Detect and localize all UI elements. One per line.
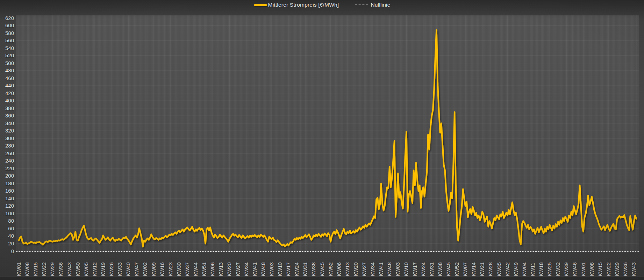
y-tick-label: 340 (5, 120, 14, 126)
y-tick-label: 140 (5, 195, 14, 201)
x-tick-label: KW22 (41, 263, 47, 277)
x-tick-label: KW31 (429, 263, 435, 277)
x-tick-label: KW07 (463, 263, 468, 277)
x-tick-label: KW36 (623, 263, 628, 277)
x-tick-label: KW27 (362, 263, 367, 277)
x-tick-label: KW15 (598, 263, 603, 277)
x-tick-label: KW08 (24, 263, 30, 277)
x-tick-label: KW29 (614, 263, 620, 277)
y-tick-label: 160 (5, 188, 14, 194)
x-tick-label: KW20 (227, 263, 232, 277)
y-tick-label: 100 (5, 210, 14, 216)
x-tick-label: KW05 (84, 263, 89, 277)
x-tick-label: KW28 (488, 263, 493, 277)
x-tick-label: KW51 (201, 263, 207, 277)
plot-area (16, 15, 639, 252)
x-tick-label: KW12 (92, 263, 98, 277)
x-tick-label: KW50 (75, 263, 81, 277)
x-tick-label: KW41 (378, 263, 384, 277)
y-tick-label: 620 (5, 15, 14, 21)
x-tick-label: KW23 (168, 263, 173, 277)
y-tick-label: 80 (8, 218, 14, 224)
x-tick-label: KW06 (336, 263, 342, 277)
x-tick-label: KW38 (437, 263, 443, 277)
zero-line-legend-swatch (355, 5, 368, 5)
y-tick-label: 200 (5, 173, 14, 179)
x-tick-label: KW48 (260, 263, 266, 277)
x-tick-label: KW16 (159, 263, 165, 277)
x-tick-label: KW38 (311, 263, 316, 277)
x-tick-label: KW17 (286, 263, 291, 277)
x-tick-label: KW04 (522, 263, 527, 277)
y-axis-labels: 0204060801001201401601802002202402602803… (5, 15, 14, 254)
y-tick-label: 480 (5, 67, 14, 73)
x-tick-label: KW36 (58, 263, 64, 277)
x-tick-label: KW03 (269, 263, 274, 277)
chart-canvas: 0204060801001201401601802002202402602803… (0, 0, 644, 280)
y-tick-label: 320 (5, 128, 14, 134)
y-tick-label: 40 (8, 233, 14, 239)
x-tick-label: KW13 (218, 263, 224, 277)
x-tick-label: KW48 (387, 263, 392, 277)
x-tick-label: KW01 (16, 263, 22, 277)
x-tick-label: KW08 (589, 263, 595, 277)
x-tick-label: KW46 (572, 263, 578, 277)
x-tick-label: KW33 (117, 263, 123, 277)
x-tick-label: KW43 (67, 263, 72, 277)
x-tick-label: KW10 (403, 263, 409, 277)
x-tick-label: KW34 (244, 263, 249, 277)
x-tick-label: KW22 (606, 263, 611, 277)
x-tick-label: KW43 (631, 263, 637, 277)
x-tick-label: KW06 (210, 263, 215, 277)
x-tick-label: KW45 (446, 263, 451, 277)
y-tick-label: 440 (5, 82, 14, 88)
x-tick-label: KW15 (33, 263, 38, 277)
x-tick-label: KW44 (193, 263, 199, 277)
x-tick-label: KW10 (277, 263, 283, 277)
x-tick-label: KW27 (235, 263, 241, 277)
y-tick-label: 60 (8, 225, 14, 231)
y-tick-label: 0 (11, 248, 14, 254)
x-tick-label: KW37 (185, 263, 190, 277)
y-tick-label: 560 (5, 37, 14, 43)
x-tick-label: KW09 (151, 263, 157, 277)
x-tick-label: KW42 (505, 263, 510, 277)
x-tick-label: KW34 (370, 263, 375, 277)
x-tick-label: KW45 (320, 263, 325, 277)
x-tick-label: KW49 (513, 263, 519, 277)
x-tick-label: KW31 (302, 263, 308, 277)
y-tick-label: 180 (5, 180, 14, 186)
x-tick-label: KW35 (496, 263, 502, 277)
x-tick-label: KW18 (538, 263, 544, 277)
y-tick-label: 540 (5, 45, 14, 51)
y-tick-label: 120 (5, 203, 14, 209)
x-tick-label: KW40 (126, 263, 131, 277)
x-tick-label: KW26 (109, 263, 114, 277)
x-tick-label: KW03 (395, 263, 401, 277)
y-tick-label: 400 (5, 98, 14, 103)
x-tick-label: KW19 (100, 263, 106, 277)
y-tick-label: 20 (8, 240, 14, 246)
x-tick-label: KW52 (328, 263, 334, 277)
x-tick-label: KW41 (252, 263, 258, 277)
x-tick-label: KW17 (412, 263, 418, 277)
legend-item-zeroline: Nulllinie (355, 2, 390, 8)
y-tick-label: 220 (5, 165, 14, 171)
y-tick-label: 420 (5, 90, 14, 96)
x-tick-label: KW02 (142, 263, 148, 277)
y-tick-label: 520 (5, 52, 14, 58)
y-tick-label: 300 (5, 135, 14, 141)
x-tick-label: KW29 (50, 263, 55, 277)
legend-item-price: Mittlerer Strompreis [€/MWh] (254, 2, 339, 8)
y-tick-label: 360 (5, 113, 14, 119)
x-axis-labels: KW01KW08KW15KW22KW29KW36KW43KW50KW05KW12… (16, 262, 637, 276)
x-tick-label: KW32 (555, 263, 561, 277)
y-tick-label: 280 (5, 143, 14, 149)
price-chart: 0204060801001201401601802002202402602803… (0, 0, 644, 280)
x-tick-label: KW14 (471, 263, 477, 277)
x-tick-label: KW39 (564, 263, 569, 277)
x-tick-label: KW21 (479, 263, 485, 277)
y-tick-label: 380 (5, 105, 14, 111)
x-tick-label: KW30 (176, 263, 182, 277)
legend-price-label: Mittlerer Strompreis [€/MWh] (268, 2, 339, 8)
